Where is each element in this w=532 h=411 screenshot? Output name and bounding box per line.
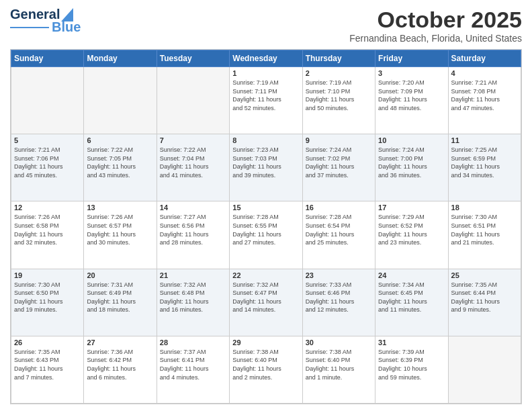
calendar: SundayMondayTuesdayWednesdayThursdayFrid…: [10, 49, 522, 404]
calendar-cell: 31Sunrise: 7:39 AMSunset: 6:39 PMDayligh…: [375, 336, 448, 403]
calendar-cell: 19Sunrise: 7:30 AMSunset: 6:50 PMDayligh…: [11, 269, 84, 336]
page: General Blue October 2025 Fernandina Bea…: [0, 0, 532, 411]
day-number: 5: [14, 136, 81, 144]
calendar-cell: 12Sunrise: 7:26 AMSunset: 6:58 PMDayligh…: [11, 201, 84, 269]
calendar-week-row: 1Sunrise: 7:19 AMSunset: 7:11 PMDaylight…: [11, 67, 521, 134]
logo-blue: Blue: [52, 19, 81, 35]
calendar-cell: 11Sunrise: 7:25 AMSunset: 6:59 PMDayligh…: [448, 134, 521, 201]
day-info: Sunrise: 7:38 AMSunset: 6:40 PMDaylight:…: [306, 348, 372, 381]
day-header-saturday: Saturday: [448, 50, 521, 67]
calendar-cell: 20Sunrise: 7:31 AMSunset: 6:49 PMDayligh…: [84, 269, 157, 336]
day-header-thursday: Thursday: [302, 50, 375, 67]
calendar-header-row: SundayMondayTuesdayWednesdayThursdayFrid…: [11, 50, 521, 67]
day-info: Sunrise: 7:32 AMSunset: 6:48 PMDaylight:…: [160, 281, 226, 314]
calendar-cell: [448, 336, 521, 403]
day-number: 30: [306, 338, 372, 347]
calendar-cell: 18Sunrise: 7:30 AMSunset: 6:51 PMDayligh…: [448, 201, 521, 269]
calendar-week-row: 26Sunrise: 7:35 AMSunset: 6:43 PMDayligh…: [11, 336, 521, 403]
day-number: 14: [160, 203, 226, 212]
day-info: Sunrise: 7:22 AMSunset: 7:05 PMDaylight:…: [87, 146, 153, 179]
day-number: 26: [14, 338, 81, 347]
calendar-cell: 24Sunrise: 7:34 AMSunset: 6:45 PMDayligh…: [375, 269, 448, 336]
logo: General Blue: [10, 7, 81, 35]
calendar-cell: 9Sunrise: 7:24 AMSunset: 7:02 PMDaylight…: [302, 134, 375, 201]
title-section: October 2025 Fernandina Beach, Florida, …: [349, 7, 522, 44]
day-number: 6: [87, 136, 153, 144]
calendar-cell: 28Sunrise: 7:37 AMSunset: 6:41 PMDayligh…: [157, 336, 229, 403]
header: General Blue October 2025 Fernandina Bea…: [10, 7, 522, 44]
calendar-cell: 10Sunrise: 7:24 AMSunset: 7:00 PMDayligh…: [375, 134, 448, 201]
day-info: Sunrise: 7:30 AMSunset: 6:50 PMDaylight:…: [14, 281, 81, 314]
day-info: Sunrise: 7:19 AMSunset: 7:10 PMDaylight:…: [306, 79, 372, 112]
calendar-cell: 3Sunrise: 7:20 AMSunset: 7:09 PMDaylight…: [375, 67, 448, 134]
calendar-cell: 8Sunrise: 7:23 AMSunset: 7:03 PMDaylight…: [230, 134, 302, 201]
day-info: Sunrise: 7:38 AMSunset: 6:40 PMDaylight:…: [232, 348, 299, 381]
calendar-cell: 14Sunrise: 7:27 AMSunset: 6:56 PMDayligh…: [157, 201, 229, 269]
day-info: Sunrise: 7:35 AMSunset: 6:43 PMDaylight:…: [14, 348, 81, 381]
day-info: Sunrise: 7:21 AMSunset: 7:08 PMDaylight:…: [451, 79, 518, 112]
day-info: Sunrise: 7:26 AMSunset: 6:58 PMDaylight:…: [14, 213, 81, 246]
month-title: October 2025: [349, 7, 522, 33]
calendar-cell: 23Sunrise: 7:33 AMSunset: 6:46 PMDayligh…: [302, 269, 375, 336]
day-info: Sunrise: 7:21 AMSunset: 7:06 PMDaylight:…: [14, 146, 81, 179]
day-info: Sunrise: 7:23 AMSunset: 7:03 PMDaylight:…: [232, 146, 299, 179]
calendar-cell: 4Sunrise: 7:21 AMSunset: 7:08 PMDaylight…: [448, 67, 521, 134]
day-info: Sunrise: 7:25 AMSunset: 6:59 PMDaylight:…: [451, 146, 518, 179]
calendar-cell: 17Sunrise: 7:29 AMSunset: 6:52 PMDayligh…: [375, 201, 448, 269]
day-info: Sunrise: 7:35 AMSunset: 6:44 PMDaylight:…: [451, 281, 518, 314]
calendar-cell: [84, 67, 157, 134]
day-info: Sunrise: 7:39 AMSunset: 6:39 PMDaylight:…: [378, 348, 445, 381]
calendar-cell: 29Sunrise: 7:38 AMSunset: 6:40 PMDayligh…: [230, 336, 302, 403]
calendar-cell: 7Sunrise: 7:22 AMSunset: 7:04 PMDaylight…: [157, 134, 229, 201]
day-number: 4: [451, 69, 518, 77]
calendar-cell: [11, 67, 84, 134]
calendar-week-row: 12Sunrise: 7:26 AMSunset: 6:58 PMDayligh…: [11, 201, 521, 269]
day-number: 31: [378, 338, 445, 347]
logo-line: [10, 27, 49, 28]
day-number: 10: [378, 136, 445, 144]
day-header-monday: Monday: [84, 50, 157, 67]
day-info: Sunrise: 7:30 AMSunset: 6:51 PMDaylight:…: [451, 213, 518, 246]
calendar-cell: 6Sunrise: 7:22 AMSunset: 7:05 PMDaylight…: [84, 134, 157, 201]
day-number: 8: [232, 136, 299, 144]
day-info: Sunrise: 7:22 AMSunset: 7:04 PMDaylight:…: [160, 146, 226, 179]
calendar-cell: 5Sunrise: 7:21 AMSunset: 7:06 PMDaylight…: [11, 134, 84, 201]
day-number: 13: [87, 203, 153, 212]
day-number: 28: [160, 338, 226, 347]
calendar-cell: 21Sunrise: 7:32 AMSunset: 6:48 PMDayligh…: [157, 269, 229, 336]
calendar-cell: 30Sunrise: 7:38 AMSunset: 6:40 PMDayligh…: [302, 336, 375, 403]
day-info: Sunrise: 7:26 AMSunset: 6:57 PMDaylight:…: [87, 213, 153, 246]
day-number: 9: [306, 136, 372, 144]
day-number: 12: [14, 203, 81, 212]
day-header-sunday: Sunday: [11, 50, 84, 67]
calendar-cell: 15Sunrise: 7:28 AMSunset: 6:55 PMDayligh…: [230, 201, 302, 269]
calendar-cell: 1Sunrise: 7:19 AMSunset: 7:11 PMDaylight…: [230, 67, 302, 134]
day-number: 11: [451, 136, 518, 144]
day-number: 16: [306, 203, 372, 212]
calendar-cell: 27Sunrise: 7:36 AMSunset: 6:42 PMDayligh…: [84, 336, 157, 403]
day-info: Sunrise: 7:36 AMSunset: 6:42 PMDaylight:…: [87, 348, 153, 381]
day-number: 3: [378, 69, 445, 77]
day-info: Sunrise: 7:19 AMSunset: 7:11 PMDaylight:…: [232, 79, 299, 112]
day-info: Sunrise: 7:20 AMSunset: 7:09 PMDaylight:…: [378, 79, 445, 112]
day-number: 19: [14, 271, 81, 279]
day-number: 15: [232, 203, 299, 212]
day-number: 17: [378, 203, 445, 212]
day-header-friday: Friday: [375, 50, 448, 67]
calendar-cell: 2Sunrise: 7:19 AMSunset: 7:10 PMDaylight…: [302, 67, 375, 134]
day-number: 2: [306, 69, 372, 77]
day-number: 21: [160, 271, 226, 279]
day-info: Sunrise: 7:28 AMSunset: 6:54 PMDaylight:…: [306, 213, 372, 246]
day-info: Sunrise: 7:29 AMSunset: 6:52 PMDaylight:…: [378, 213, 445, 246]
calendar-cell: 22Sunrise: 7:32 AMSunset: 6:47 PMDayligh…: [230, 269, 302, 336]
calendar-cell: [157, 67, 229, 134]
calendar-cell: 26Sunrise: 7:35 AMSunset: 6:43 PMDayligh…: [11, 336, 84, 403]
day-number: 20: [87, 271, 153, 279]
day-header-wednesday: Wednesday: [230, 50, 302, 67]
day-info: Sunrise: 7:33 AMSunset: 6:46 PMDaylight:…: [306, 281, 372, 314]
day-number: 1: [232, 69, 299, 77]
day-info: Sunrise: 7:32 AMSunset: 6:47 PMDaylight:…: [232, 281, 299, 314]
location: Fernandina Beach, Florida, United States: [349, 33, 522, 44]
day-info: Sunrise: 7:24 AMSunset: 7:02 PMDaylight:…: [306, 146, 372, 179]
day-header-tuesday: Tuesday: [157, 50, 229, 67]
